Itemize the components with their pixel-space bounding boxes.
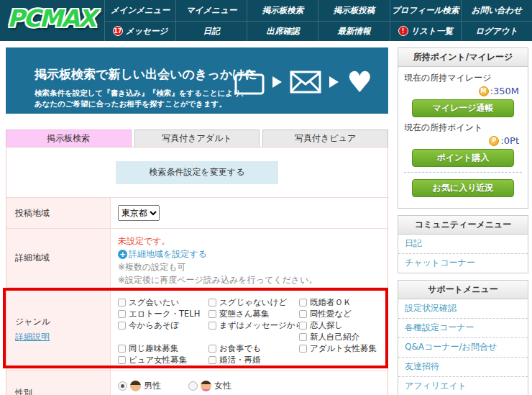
gender-option-male[interactable]: 男性	[118, 380, 161, 392]
points-coin-icon: P	[489, 136, 499, 146]
points-label: 現在の所持ポイント	[404, 122, 522, 134]
gender-row: 性別 男性 女性	[6, 371, 387, 395]
genre-option-label: 同じ趣味募集	[129, 343, 178, 354]
support-menu-header: サポートメニュー	[398, 281, 528, 299]
support-menu-item-settings-corner[interactable]: 各種設定コーナー	[398, 319, 528, 338]
genre-option-label: 既婚者ＯＫ	[310, 297, 352, 308]
checkbox-icon	[208, 345, 216, 353]
genre-option[interactable]: エロトーク・TELH	[118, 308, 208, 319]
tab-board-search[interactable]: 掲示板検索	[6, 130, 132, 147]
gender-male-label: 男性	[144, 380, 161, 392]
checkbox-icon	[118, 356, 126, 364]
gender-female-label: 女性	[214, 380, 231, 392]
nav-list[interactable]: ! リスト一覧	[390, 21, 461, 42]
genre-option[interactable]: スグ会いたい	[118, 296, 208, 308]
genre-option-label: スグ会いたい	[129, 297, 179, 308]
mileage-label: 現在の所持マイレージ	[404, 72, 522, 84]
banner-subtitle: 検索条件を設定して『書き込み』『検索』をすることにより、 あなたのご希望に合った…	[35, 88, 248, 109]
genre-option-label: 変態さん募集	[219, 309, 270, 319]
points-value-line: P :0Pt	[404, 134, 522, 149]
genre-content: スグ会いたい スグじゃないけど 既婚者ＯＫ エロトーク・TELH 変態さん募集 …	[111, 288, 387, 371]
region-select[interactable]: 東京都	[118, 205, 160, 221]
genre-option[interactable]: まずはメッセージから	[208, 319, 299, 331]
radio-selected-icon	[118, 381, 127, 391]
community-menu-item-diary[interactable]: 日記	[398, 235, 528, 254]
nav-my-menu[interactable]: マイメニュー	[175, 0, 247, 21]
nav-diary[interactable]: 日記	[175, 21, 247, 42]
nav-board-search[interactable]: 掲示板検索	[247, 0, 318, 21]
change-condition-row: 検索条件設定を変更する	[6, 147, 387, 198]
genre-option[interactable]: 同性愛など	[299, 308, 380, 319]
mileage-coin-icon: M	[479, 86, 489, 96]
genre-grid-spacer	[299, 354, 380, 366]
checkbox-icon	[118, 310, 126, 318]
buy-points-button[interactable]: ポイント購入	[412, 149, 514, 167]
pcmax-board-search-page: { "brand": { "logo_text": "PCMAX" }, "na…	[0, 0, 532, 395]
pcmax-logo[interactable]: PCMAX	[7, 4, 95, 32]
nav-main-menu[interactable]: メインメニュー	[104, 0, 175, 21]
heart-icon: ♥	[347, 69, 372, 95]
nav-latest-news[interactable]: 最新情報	[318, 21, 389, 42]
genre-grid-spacer	[208, 331, 299, 342]
genre-option-label: 恋人探し	[310, 320, 343, 331]
favorites-status-button[interactable]: お気に入り近況	[412, 179, 514, 197]
tab-photo-adult[interactable]: 写真付きアダルト	[134, 130, 260, 147]
genre-option[interactable]: ピュア女性募集	[118, 354, 208, 366]
mileage-value: :350M	[490, 86, 519, 96]
change-search-conditions-button[interactable]: 検索条件設定を変更する	[116, 161, 278, 184]
genre-option[interactable]: 同じ趣味募集	[118, 342, 208, 354]
genre-option-label: まずはメッセージから	[219, 320, 299, 331]
genre-option[interactable]: 婚活・再婚	[208, 354, 299, 366]
checkbox-icon	[118, 299, 126, 307]
detail-region-row: 詳細地域 未設定です。 + 詳細地域を設定する ※複数の設定も可 ※設定後に再度…	[6, 229, 387, 288]
checkbox-icon	[299, 322, 307, 330]
genre-checkbox-grid: スグ会いたい スグじゃないけど 既婚者ＯＫ エロトーク・TELH 変態さん募集 …	[118, 294, 380, 366]
checkbox-icon	[118, 322, 126, 330]
support-menu-item-qa[interactable]: Q&Aコーナー/お問合せ	[398, 338, 528, 358]
nav-list-label: リスト一覧	[411, 26, 453, 37]
genre-option[interactable]: お食事でも	[208, 342, 299, 354]
genre-option[interactable]: 恋人探し	[299, 319, 380, 331]
sidebar: 所持ポイント/マイレージ 現在の所持マイレージ M :350M マイレージ通帳 …	[398, 47, 528, 395]
message-count-badge: 17	[113, 26, 123, 36]
radio-unselected-icon	[188, 381, 198, 391]
genre-option[interactable]: アダルト女性募集	[299, 342, 380, 354]
support-menu-box: サポートメニュー 設定状況確認 各種設定コーナー Q&Aコーナー/お問合せ 友達…	[398, 280, 528, 395]
community-menu-header: コミュニティーメニュー	[398, 216, 528, 235]
female-emoji-icon	[201, 381, 211, 391]
genre-option-label: 同性愛など	[310, 309, 352, 319]
genre-option[interactable]: 変態さん募集	[208, 308, 299, 319]
checkbox-icon	[208, 310, 216, 318]
nav-board-post[interactable]: 掲示板投稿	[318, 0, 389, 21]
support-menu-item-invite[interactable]: 友達招待	[398, 358, 528, 377]
mileage-passbook-button[interactable]: マイレージ通帳	[412, 99, 514, 117]
genre-option[interactable]: スグじゃないけど	[208, 296, 299, 308]
nav-logout[interactable]: ログアウト	[461, 21, 532, 42]
genre-option[interactable]: 新人自己紹介	[299, 331, 380, 342]
support-menu-item-settings-status[interactable]: 設定状況確認	[398, 299, 528, 319]
plus-circle-icon: +	[118, 250, 127, 259]
tab-photo-pure[interactable]: 写真付きピュア	[262, 130, 388, 147]
genre-detail-link[interactable]: 詳細説明	[15, 331, 110, 343]
genre-option[interactable]: 既婚者ＯＫ	[299, 296, 380, 308]
community-menu-item-chat[interactable]: チャットコーナー	[398, 254, 528, 273]
genre-grid-spacer	[118, 331, 208, 342]
points-value: :0Pt	[500, 135, 519, 146]
nav-attendance[interactable]: 出席確認	[247, 21, 318, 42]
support-menu-item-affiliate[interactable]: アフィリエイト	[398, 377, 528, 395]
nav-menu-grid: メインメニュー マイメニュー 掲示板検索 掲示板投稿 プロフィール検索 お問い合…	[104, 0, 532, 41]
detail-region-content: 未設定です。 + 詳細地域を設定する ※複数の設定も可 ※設定後に再度ページ読み…	[111, 229, 387, 287]
checkbox-icon	[208, 299, 216, 307]
nav-contact[interactable]: お問い合わせ	[461, 0, 532, 21]
top-navigation-bar: PCMAX メインメニュー マイメニュー 掲示板検索 掲示板投稿 プロフィール検…	[0, 0, 532, 41]
banner-subtitle-line2: あなたのご希望に合ったお相手を探すことができます。	[35, 99, 248, 109]
nav-profile-search[interactable]: プロフィール検索	[390, 0, 461, 21]
banner-title: 掲示板検索で新しい出会いのきっかけに	[35, 66, 257, 83]
checkbox-icon	[299, 345, 307, 353]
dashed-divider	[404, 172, 522, 173]
nav-messages[interactable]: 17 メッセージ	[104, 21, 175, 42]
gender-option-female[interactable]: 女性	[188, 380, 231, 392]
detail-region-set-link[interactable]: + 詳細地域を設定する	[118, 248, 380, 260]
genre-option[interactable]: 今からあそぼ	[118, 319, 208, 331]
banner-subtitle-line1: 検索条件を設定して『書き込み』『検索』をすることにより、	[35, 88, 248, 99]
